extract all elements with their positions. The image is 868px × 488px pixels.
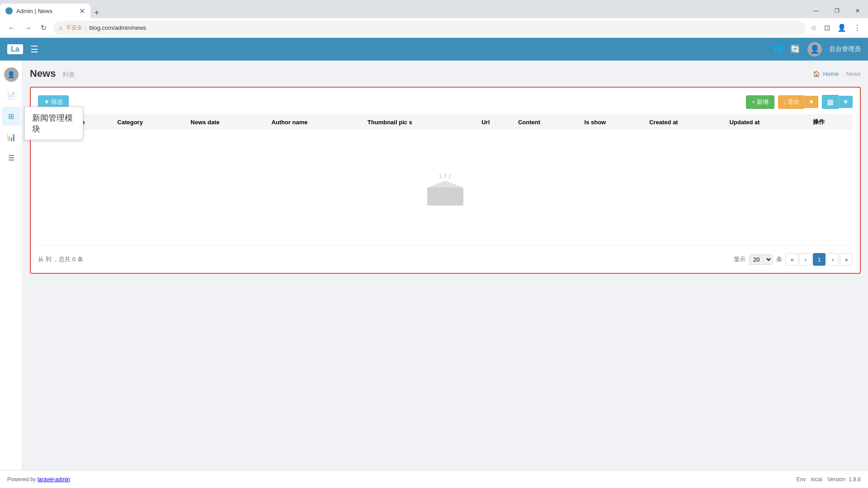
col-createdat: Created at xyxy=(645,114,725,130)
columns-main-button[interactable]: ▦ xyxy=(822,95,839,109)
page-title-area: News 列表 xyxy=(30,68,75,80)
inbox-svg xyxy=(427,181,463,206)
main-content: News 列表 🏠 Home › News ▼ 筛选 + 新增 xyxy=(23,61,868,470)
columns-button-group: ▦ ▼ xyxy=(822,95,853,109)
page-next-button[interactable]: › xyxy=(826,253,839,266)
hamburger-menu[interactable]: ☰ xyxy=(30,44,38,55)
app-logo[interactable]: La xyxy=(7,44,23,54)
security-label: 不安全 xyxy=(66,24,82,32)
forward-button[interactable]: → xyxy=(22,22,34,34)
extensions-button[interactable]: ⊡ xyxy=(822,22,832,34)
browser-tab-active[interactable]: Admin | News ✕ xyxy=(0,4,90,18)
browser-controls: ← → ↻ ⚠ 不安全 | ☆ ⊡ 👤 ⋮ xyxy=(0,18,868,38)
refresh-icon[interactable]: 🔄 xyxy=(790,44,800,54)
empty-cell xyxy=(38,130,853,246)
pagination-info: 从 到 ，总共 0 条 xyxy=(38,255,83,263)
sidebar-item-chart[interactable]: 📊 xyxy=(2,127,21,146)
pagination-bar: 从 到 ，总共 0 条 显示 20 50 100 条 « ‹ 1 › » xyxy=(38,253,853,266)
sidebar-item-avatar[interactable]: 👤 xyxy=(2,65,21,84)
per-page-label: 显示 xyxy=(734,255,745,263)
page-prev-button[interactable]: ‹ xyxy=(799,253,812,266)
empty-row xyxy=(38,130,853,246)
env-value: local xyxy=(811,476,822,483)
new-tab-button[interactable]: + xyxy=(90,8,103,18)
tab-close-button[interactable]: ✕ xyxy=(79,7,85,15)
col-header-url[interactable]: Url xyxy=(481,119,490,126)
columns-dropdown-button[interactable]: ▼ xyxy=(839,96,853,108)
col-header-category[interactable]: Category xyxy=(118,119,143,126)
pagination-right: 显示 20 50 100 条 « ‹ 1 › » xyxy=(734,253,853,266)
sidebar-item-list[interactable]: ☰ xyxy=(2,148,21,167)
sidebar-item-news[interactable]: 📄 xyxy=(2,86,21,105)
table-header: id Title Category News date Author name … xyxy=(38,114,853,130)
breadcrumb-home-link[interactable]: Home xyxy=(823,70,839,77)
avatar[interactable]: 👤 xyxy=(807,42,822,56)
version-label: Version xyxy=(827,476,845,483)
col-actions: 操作 xyxy=(808,114,853,130)
col-header-authorname[interactable]: Author name xyxy=(271,119,307,126)
page-1-button[interactable]: 1 xyxy=(813,253,826,266)
powered-by-text: Powered by xyxy=(7,476,38,483)
sidebar: 👤 📄 ⊞ 新闻管理模块 📊 ☰ xyxy=(0,61,23,470)
header-right: 🌐 🔄 👤 后台管理员 xyxy=(773,42,861,56)
col-header-actions[interactable]: 操作 xyxy=(813,118,825,125)
popup-menu-item-newsmgmt[interactable]: 新闻管理模块 xyxy=(25,109,83,138)
page-last-button[interactable]: » xyxy=(840,253,853,266)
toolbar: ▼ 筛选 + 新增 ↓ 导出 ▼ ▦ ▼ xyxy=(38,95,853,109)
newsmgmt-icon: ⊞ xyxy=(8,112,14,121)
pagination-buttons: « ‹ 1 › » xyxy=(786,253,853,266)
app-footer: Powered by laravel-admin Env local Versi… xyxy=(0,470,868,488)
new-button[interactable]: + 新增 xyxy=(746,95,774,109)
breadcrumb-home-icon: 🏠 xyxy=(813,70,820,77)
col-newsdate: News date xyxy=(186,114,267,130)
avatar-icon: 👤 xyxy=(810,44,820,54)
window-controls: — ❐ ✕ xyxy=(806,4,868,18)
page-title: News 列表 xyxy=(30,68,75,79)
sidebar-avatar: 👤 xyxy=(4,67,19,82)
close-button[interactable]: ✕ xyxy=(847,4,868,18)
ray-center xyxy=(445,173,446,178)
col-isshow: Is show xyxy=(580,114,645,130)
account-button[interactable]: 👤 xyxy=(835,22,848,34)
col-header-createdat[interactable]: Created at xyxy=(649,119,678,126)
laravel-admin-link[interactable]: laravel-admin xyxy=(38,476,70,483)
browser-window: Admin | News ✕ + — ❐ ✕ ← → ↻ ⚠ 不安全 | ☆ ⊡… xyxy=(0,0,868,38)
col-thumbnail: Thumbnail pic s xyxy=(363,114,477,130)
export-main-button[interactable]: ↓ 导出 xyxy=(778,95,804,109)
footer-left: Powered by laravel-admin xyxy=(7,476,70,483)
sidebar-popup-menu: 新闻管理模块 xyxy=(24,107,83,140)
reload-button[interactable]: ↻ xyxy=(38,22,49,34)
ray-right xyxy=(448,174,451,179)
back-button[interactable]: ← xyxy=(5,22,18,34)
address-bar[interactable]: ⚠ 不安全 | xyxy=(53,21,805,35)
tab-favicon xyxy=(5,7,13,14)
translate-icon[interactable]: 🌐 xyxy=(773,44,783,54)
col-header-thumbnail[interactable]: Thumbnail pic s xyxy=(368,119,412,126)
col-header-updatedat[interactable]: Updated at xyxy=(729,119,760,126)
inbox-body xyxy=(427,181,463,206)
col-header-newsdate[interactable]: News date xyxy=(191,119,220,126)
url-input[interactable] xyxy=(89,24,800,31)
col-updatedat: Updated at xyxy=(725,114,808,130)
col-header-isshow[interactable]: Is show xyxy=(585,119,606,126)
more-button[interactable]: ⋮ xyxy=(852,22,863,34)
bookmark-button[interactable]: ☆ xyxy=(809,22,819,34)
username-label[interactable]: 后台管理员 xyxy=(829,45,861,53)
export-button-group: ↓ 导出 ▼ xyxy=(778,95,818,109)
per-page-select[interactable]: 20 50 100 xyxy=(749,254,773,265)
svg-rect-0 xyxy=(427,188,463,206)
security-icon: ⚠ xyxy=(58,25,63,31)
svg-marker-1 xyxy=(427,181,463,188)
sidebar-item-newsmgmt[interactable]: ⊞ 新闻管理模块 xyxy=(2,107,21,126)
export-dropdown-button[interactable]: ▼ xyxy=(804,96,818,108)
breadcrumb-separator: › xyxy=(841,70,843,77)
browser-tab-bar: Admin | News ✕ + — ❐ ✕ xyxy=(0,0,868,18)
maximize-button[interactable]: ❐ xyxy=(826,4,847,18)
page-subtitle: 列表 xyxy=(62,71,75,78)
col-header-content[interactable]: Content xyxy=(518,119,540,126)
title-text: News xyxy=(30,68,56,79)
minimize-button[interactable]: — xyxy=(806,4,826,18)
footer-right: Env local Version 1.8.6 xyxy=(797,476,861,483)
page-first-button[interactable]: « xyxy=(786,253,798,266)
col-authorname: Author name xyxy=(267,114,363,130)
